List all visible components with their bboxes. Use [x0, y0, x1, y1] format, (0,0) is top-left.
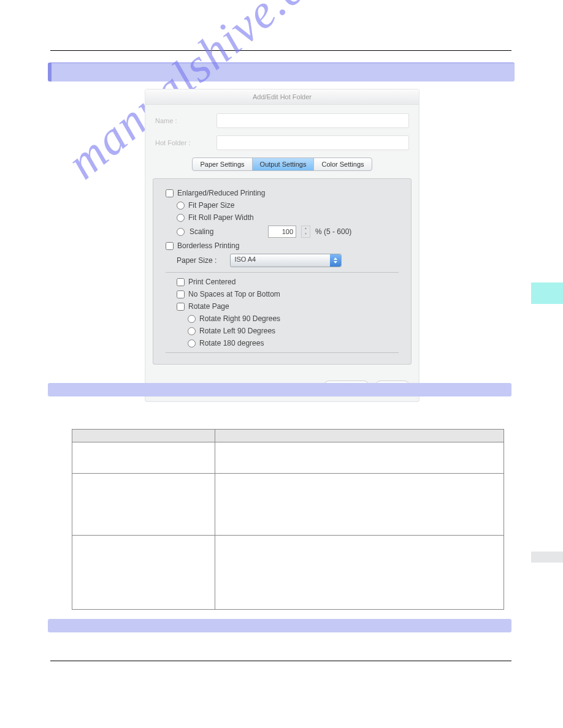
subsection-bar-1	[48, 383, 511, 396]
rotate-left-label: Rotate Left 90 Degrees	[199, 327, 275, 335]
tab-paper-settings[interactable]: Paper Settings	[193, 158, 252, 170]
settings-tabs: Paper Settings Output Settings Color Set…	[192, 157, 372, 171]
enlarged-reduced-label: Enlarged/Reduced Printing	[177, 189, 265, 197]
tabs-wrap: Paper Settings Output Settings Color Set…	[155, 157, 409, 171]
borderless-checkbox[interactable]: Borderless Printing	[166, 241, 399, 250]
no-spaces-label: No Spaces at Top or Bottom	[188, 290, 280, 298]
rotate-right-radio[interactable]: Rotate Right 90 Degrees	[188, 314, 399, 323]
side-tab-teal	[531, 282, 563, 304]
th-1	[72, 430, 215, 442]
rotate-180-label: Rotate 180 degrees	[199, 339, 264, 347]
output-settings-panel: Enlarged/Reduced Printing Fit Paper Size…	[153, 178, 412, 365]
table	[72, 429, 504, 610]
rotate-left-radio[interactable]: Rotate Left 90 Degrees	[188, 327, 399, 335]
paper-size-label: Paper Size :	[177, 256, 216, 265]
separator-1	[166, 272, 399, 273]
enlarged-reduced-checkbox[interactable]: Enlarged/Reduced Printing	[166, 189, 399, 197]
name-label: Name :	[155, 117, 216, 124]
separator-2	[166, 352, 399, 353]
th-2	[215, 430, 504, 442]
rotate-checkbox[interactable]: Rotate Page	[177, 302, 399, 311]
side-tab-grey	[531, 552, 563, 563]
td-2-2	[215, 474, 504, 536]
dialog-title: Add/Edit Hot Folder	[145, 89, 419, 105]
fit-roll-width-label: Fit Roll Paper Width	[188, 213, 254, 222]
td-3-1	[72, 536, 215, 610]
fit-roll-width-radio[interactable]: Fit Roll Paper Width	[177, 213, 399, 222]
td-2-1	[72, 474, 215, 536]
hotfolder-label: Hot Folder :	[155, 139, 216, 146]
bottom-rule	[50, 661, 511, 661]
scaling-input[interactable]: 100	[268, 226, 296, 238]
tab-color-settings[interactable]: Color Settings	[314, 158, 371, 170]
td-3-2	[215, 536, 504, 610]
fit-paper-size-radio[interactable]: Fit Paper Size	[177, 201, 399, 210]
scaling-radio[interactable]: Scaling 100 ▲▼ % (5 - 600)	[177, 226, 399, 238]
settings-table	[72, 429, 504, 610]
td-1-1	[72, 442, 215, 474]
section-heading-bar	[48, 63, 515, 82]
paper-size-value: ISO A4	[231, 254, 330, 267]
paper-size-combobox[interactable]: ISO A4	[230, 254, 342, 267]
print-centered-label: Print Centered	[188, 278, 236, 286]
scaling-label: Scaling	[190, 227, 263, 236]
rotate-right-label: Rotate Right 90 Degrees	[199, 314, 280, 323]
combobox-button-icon	[330, 254, 341, 267]
paper-size-row: Paper Size : ISO A4	[177, 254, 399, 267]
name-row: Name :	[155, 113, 409, 128]
td-1-2	[215, 442, 504, 474]
hotfolder-input[interactable]	[216, 135, 409, 150]
name-input[interactable]	[216, 113, 409, 128]
borderless-label: Borderless Printing	[177, 241, 239, 250]
fit-paper-size-label: Fit Paper Size	[188, 201, 234, 210]
rotate-180-radio[interactable]: Rotate 180 degrees	[188, 339, 399, 347]
subsection-bar-2	[48, 619, 511, 632]
scaling-stepper[interactable]: ▲▼	[301, 226, 310, 238]
hot-folder-dialog: Add/Edit Hot Folder Name : Hot Folder : …	[145, 89, 419, 402]
tab-output-settings[interactable]: Output Settings	[253, 158, 315, 170]
rotate-page-label: Rotate Page	[188, 302, 229, 311]
scaling-range-label: % (5 - 600)	[315, 227, 351, 236]
top-rule	[50, 50, 511, 51]
print-centered-checkbox[interactable]: Print Centered	[177, 278, 399, 286]
hotfolder-row: Hot Folder :	[155, 135, 409, 150]
no-spaces-checkbox[interactable]: No Spaces at Top or Bottom	[177, 290, 399, 298]
